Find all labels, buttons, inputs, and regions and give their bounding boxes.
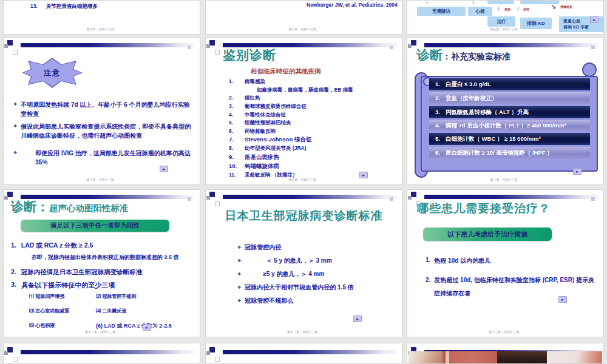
list-item: 13. 关节腔滑液白细胞增多	[30, 3, 98, 10]
diamond-bullet-icon: ❖	[237, 245, 241, 252]
treat-item-1: 1.热程 10d 以内的患儿	[426, 257, 490, 265]
lab-criterion: 2.贫血（按年龄校正）	[429, 92, 590, 104]
slide-header-decoration	[4, 345, 200, 363]
slide-footer: 第十页，共四十三页。	[407, 178, 603, 181]
flowchart-box-treat: 治疗	[487, 16, 515, 27]
next-slide-icon[interactable]: ►	[590, 16, 599, 23]
echo-item-3: 3.具备以下提示特征中的至少三项	[11, 281, 115, 290]
echo-item-2: 2.冠脉内径满足日本卫生部冠脉病变诊断标准	[11, 268, 142, 277]
slide-thumbnail-page-9[interactable]: 鉴别诊断 相似临床特征的其他疾病 1.病毒感染 如麻疹病毒，腺病毒，肠道病毒，E…	[205, 38, 402, 185]
lab-criterion: 5.白细胞计数（ WBC ） ≥ 15 000/mm³	[429, 133, 590, 145]
play-glyph: ►	[561, 298, 565, 302]
japan-bullet-5: 冠脉管腔不规那么	[245, 297, 293, 305]
diamond-bullet-icon: ❖	[13, 124, 17, 140]
slide-thumbnail-page-12[interactable]: 日本卫生部冠脉病变诊断标准 ❖ 冠脉管腔内径 ❖ ＜ 5 y 的患儿，＞ 3 m…	[205, 189, 402, 337]
slide-footer: 第十三页，共四十三页。	[407, 330, 603, 334]
japan-bullet-4: 冠脉内径大于相邻节段血管内径的 1.5 倍	[245, 283, 353, 292]
flowchart-box-no-followup: 无需随访	[417, 7, 466, 16]
lab-criteria-list: 1.白蛋白 ≤ 3.0 g/dL 2.贫血（按年龄校正） 3.丙氨酸氨基转移酶（…	[429, 78, 590, 161]
lab-criterion: 3.丙氨酸氨基转移酶（ ALT ）升高	[429, 106, 590, 118]
slide-title: 日本卫生部冠脉病变诊断标准	[206, 208, 402, 224]
clinical-photo-rash	[443, 351, 497, 363]
note-badge-star: 注意	[22, 58, 83, 88]
arrow-down-icon: ↓	[497, 4, 500, 11]
list-item: 2.猩红热	[229, 95, 396, 101]
clinical-photo-light	[547, 351, 602, 363]
list-item-number: 13.	[30, 3, 38, 10]
feature-item: ⑵ 冠脉管腔不规则	[96, 293, 194, 300]
slide-subtitle: 相似临床特征的其他疾病	[251, 67, 321, 76]
flowchart-box-echo: 心超	[468, 7, 492, 16]
treat-item-2: 2.发热超过 10d, 但临床特征和实验室指标 (CRP, ESR) 提示炎症持…	[426, 274, 600, 300]
arrow-diagonal-icon: ↘	[551, 3, 556, 11]
ddx-list: 1.病毒感染 如麻疹病毒，腺病毒，肠道病毒，EB 病毒 2.猩红热 3.葡萄球菌…	[229, 78, 396, 180]
slide-thumbnail-page-14[interactable]	[3, 343, 200, 364]
scroll-shape-curl	[582, 62, 597, 77]
list-item: 3.葡萄球菌皮肤烫伤样综合征	[229, 103, 396, 110]
slide-footer: 第十二页，共四十三页。	[206, 330, 402, 334]
note-bullet-2: 假设此局部患儿实验室检查提示系统性炎症，即使不具备典型的川崎病临床诊断特征，也需…	[21, 122, 197, 140]
list-item-text: 关节腔滑液白细胞增多	[46, 3, 98, 10]
slide-footer: 第八页，共四十三页。	[4, 178, 200, 181]
play-glyph: ►	[362, 174, 365, 177]
arrow-down-icon: ↓	[517, 4, 520, 11]
lab-criterion: 6.尿白细胞计数 ≥ 10/ 高倍镜视野（ /HPF ）	[429, 147, 590, 159]
slide-header-decoration	[4, 38, 200, 56]
slide-title: 鉴别诊断	[223, 47, 276, 64]
slide-footer: 第七页，共四十三页。	[407, 27, 603, 31]
next-slide-icon[interactable]: ►	[160, 166, 168, 172]
slide-footer: 第五页，共四十三页。	[4, 27, 200, 31]
slide-thumbnail-page-8[interactable]: 注意 ❖ 不明原因发热持续 7d 以上、年龄小于 6 个月的婴儿均应行实验室检查…	[3, 38, 200, 185]
echo-item-1-sub: 亦即，冠脉内径超出经体外表积校正后的数据标准差的 2.5 倍	[32, 254, 179, 261]
feature-item: ⑷ 二尖瓣反流	[96, 308, 194, 314]
diamond-bullet-icon: ❖	[13, 102, 17, 118]
play-glyph: ►	[162, 167, 166, 171]
list-item: 11.汞超敏反响 （肢痛症）	[229, 172, 396, 178]
clinical-photo-dark	[497, 351, 547, 363]
note-bullet-1: 不明原因发热持续 7d 以上、年龄小于 6 个月的婴儿均应行实验室检查	[21, 100, 194, 118]
slide-thumbnail-page-7[interactable]: ↓ ↓ ↓ ↓ ↘ 发热 消退 持续发热 无需随访 心超 治疗 排除 KD 复查…	[407, 0, 604, 35]
japan-bullet-2: ＜ 5 y 的患儿，＞ 3 mm	[266, 257, 331, 265]
slide-thumbnail-page-13[interactable]: 哪些患儿需要接受治疗？ 以下患儿考虑给予治疗措施 1.热程 10d 以内的患儿 …	[407, 189, 604, 337]
play-glyph: ►	[592, 18, 596, 22]
list-item: 4.中毒性休克综合征	[229, 112, 396, 118]
lab-criterion: 1.白蛋白 ≤ 3.0 g/dL	[429, 78, 590, 90]
slide-thumbnail-page-6[interactable]: Newburger JW, et al. Pediatrics. 2004 第六…	[205, 0, 402, 35]
list-item: 8.幼年型类风湿关节炎 (JRA)	[229, 145, 396, 152]
feature-item: ⑸ 心包积液	[29, 322, 96, 330]
list-item: 7.Stevens-Johnson 综合征	[229, 136, 396, 143]
japan-bullet-3: ≥5 y 的患儿，＞ 4 mm	[263, 270, 324, 278]
slide-thumbnail-page-11[interactable]: 诊断：超声心动图阳性标准 满足以下三项中任一者即为阳性 1.LAD 或 RCA …	[3, 189, 200, 337]
slide-thumbnail-page-16[interactable]	[407, 343, 604, 364]
diamond-bullet-icon: ❖	[237, 298, 241, 305]
next-slide-icon[interactable]: ►	[558, 296, 567, 303]
arrow-down-icon: ↓	[426, 0, 429, 5]
arrow-label-persist: 持续发热	[560, 5, 572, 8]
play-glyph: ►	[356, 317, 359, 321]
arrow-down-icon: ↓	[472, 0, 475, 5]
slide-header-decoration	[206, 345, 402, 363]
list-subitem: 如麻疹病毒，腺病毒，肠道病毒，EB 病毒	[257, 87, 396, 93]
diamond-bullet-icon: ❖	[237, 285, 241, 292]
slide-header-decoration	[206, 190, 402, 208]
treatment-banner: 以下患儿考虑给予治疗措施	[423, 228, 552, 241]
slide-title: 诊断：超声心动图阳性标准	[11, 198, 129, 215]
play-glyph: ►	[575, 170, 579, 174]
slide-thumbnail-page-10[interactable]: 诊断：补充实验室标准 1.白蛋白 ≤ 3.0 g/dL 2.贫血（按年龄校正） …	[407, 38, 604, 185]
criteria-banner: 满足以下三项中任一者即为阳性	[21, 220, 169, 232]
slide-footer: 第十一页，共四十三页。	[4, 330, 200, 334]
citation-text: Newburger JW, et al. Pediatrics. 2004	[307, 2, 398, 8]
clinical-photo-face	[409, 351, 443, 363]
echo-feature-grid: ⑴ 冠脉回声增强 ⑵ 冠脉管腔不规则 ⑶ 左心室功能减退 ⑷ 二尖瓣反流 ⑸ 心…	[29, 293, 194, 330]
list-item: 1.病毒感染	[229, 78, 396, 85]
slide-thumbnail-page-5[interactable]: 13. 关节腔滑液白细胞增多 第五页，共四十三页。	[3, 0, 200, 35]
slide-thumbnail-page-15[interactable]	[205, 343, 402, 364]
feature-item: ⑴ 冠脉回声增强	[29, 293, 96, 300]
play-glyph: ►	[145, 326, 149, 329]
slide-footer: 第九页，共四十三页。	[206, 178, 402, 181]
diamond-bullet-icon: ❖	[13, 150, 17, 167]
diamond-bullet-icon: ❖	[237, 272, 241, 278]
arrow-label-subside: 消退	[523, 7, 529, 11]
next-slide-icon[interactable]: ►	[353, 315, 362, 322]
next-slide-icon[interactable]: ►	[573, 168, 582, 175]
